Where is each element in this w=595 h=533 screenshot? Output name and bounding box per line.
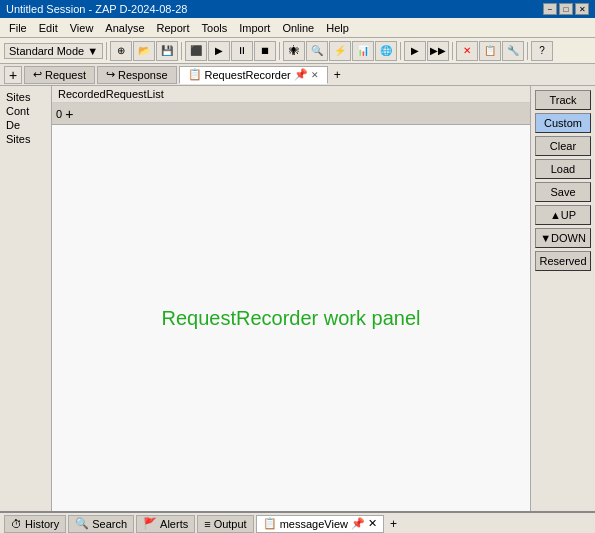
center-area: RecordedRequestList 0 + RequestRecorder … bbox=[52, 86, 530, 511]
tab-output-label: Output bbox=[214, 518, 247, 530]
btn-track[interactable]: Track bbox=[535, 90, 591, 110]
bottom-section: ⏱ History 🔍 Search 🚩 Alerts ≡ Output 📋 m… bbox=[0, 511, 595, 533]
menu-edit[interactable]: Edit bbox=[34, 21, 63, 35]
menu-online[interactable]: Online bbox=[277, 21, 319, 35]
tb-attack[interactable]: ⚡ bbox=[329, 41, 351, 61]
tb-new[interactable]: ⊕ bbox=[110, 41, 132, 61]
tb-save[interactable]: 💾 bbox=[156, 41, 178, 61]
tb-btn-9[interactable]: ▶ bbox=[404, 41, 426, 61]
tab-request-icon: ↩ bbox=[33, 68, 42, 81]
work-panel-text: RequestRecorder work panel bbox=[161, 307, 420, 330]
add-tab-button[interactable]: + bbox=[330, 67, 345, 83]
tab-response-icon: ↪ bbox=[106, 68, 115, 81]
title-bar: Untitled Session - ZAP D-2024-08-28 − □ … bbox=[0, 0, 595, 18]
btn-load[interactable]: Load bbox=[535, 159, 591, 179]
tab-request-recorder-close[interactable]: ✕ bbox=[311, 70, 319, 80]
tab-search-label: Search bbox=[92, 518, 127, 530]
tab-response-label: Response bbox=[118, 69, 168, 81]
tab-history[interactable]: ⏱ History bbox=[4, 515, 66, 533]
tb-btn-5[interactable]: ⏸ bbox=[231, 41, 253, 61]
tab-response[interactable]: ↪ Response bbox=[97, 66, 177, 84]
toolbar: Standard Mode ▼ ⊕ 📂 💾 ⬛ ▶ ⏸ ⏹ 🕷 🔍 ⚡ 📊 🌐 … bbox=[0, 38, 595, 64]
tb-btn-10[interactable]: ▶▶ bbox=[427, 41, 449, 61]
sidebar-item-cont[interactable]: Cont bbox=[4, 104, 47, 118]
work-panel: RequestRecorder work panel bbox=[52, 125, 530, 511]
mode-arrow: ▼ bbox=[87, 45, 98, 57]
tb-btn-7[interactable]: 📊 bbox=[352, 41, 374, 61]
tb-spider[interactable]: 🕷 bbox=[283, 41, 305, 61]
menu-bar: File Edit View Analyse Report Tools Impo… bbox=[0, 18, 595, 38]
menu-help[interactable]: Help bbox=[321, 21, 354, 35]
tab-request-label: Request bbox=[45, 69, 86, 81]
tb-btn-3[interactable]: ⬛ bbox=[185, 41, 207, 61]
toolbar-separator-4 bbox=[400, 42, 401, 60]
add-tab-left[interactable]: + bbox=[4, 66, 22, 84]
top-tab-bar: + ↩ Request ↪ Response 📋 RequestRecorder… bbox=[0, 64, 595, 86]
toolbar-separator-1 bbox=[106, 42, 107, 60]
tab-request-recorder-pin: 📌 bbox=[294, 68, 308, 81]
recorded-list-label: RecordedRequestList bbox=[58, 88, 164, 100]
btn-save[interactable]: Save bbox=[535, 182, 591, 202]
recorded-header: RecordedRequestList bbox=[52, 86, 530, 103]
add-recorded-tab[interactable]: + bbox=[65, 106, 73, 122]
tab-request-recorder[interactable]: 📋 RequestRecorder 📌 ✕ bbox=[179, 66, 328, 84]
menu-tools[interactable]: Tools bbox=[197, 21, 233, 35]
btn-clear[interactable]: Clear bbox=[535, 136, 591, 156]
sidebar-item-de[interactable]: De bbox=[4, 118, 47, 132]
menu-report[interactable]: Report bbox=[152, 21, 195, 35]
tab-output[interactable]: ≡ Output bbox=[197, 515, 253, 533]
tb-btn-6[interactable]: ⏹ bbox=[254, 41, 276, 61]
tab-message-view-close[interactable]: ✕ bbox=[368, 517, 377, 530]
close-button[interactable]: ✕ bbox=[575, 3, 589, 15]
bottom-tab-bar: ⏱ History 🔍 Search 🚩 Alerts ≡ Output 📋 m… bbox=[0, 513, 595, 533]
tb-help[interactable]: ? bbox=[531, 41, 553, 61]
tb-break[interactable]: ✕ bbox=[456, 41, 478, 61]
tab-request-recorder-label: RequestRecorder bbox=[205, 69, 291, 81]
alerts-icon: 🚩 bbox=[143, 517, 157, 530]
mode-label: Standard Mode bbox=[9, 45, 84, 57]
window-title: Untitled Session - ZAP D-2024-08-28 bbox=[6, 3, 187, 15]
maximize-button[interactable]: □ bbox=[559, 3, 573, 15]
minimize-button[interactable]: − bbox=[543, 3, 557, 15]
output-icon: ≡ bbox=[204, 518, 210, 530]
tb-btn-12[interactable]: 🔧 bbox=[502, 41, 524, 61]
btn-up[interactable]: ▲UP bbox=[535, 205, 591, 225]
search-icon: 🔍 bbox=[75, 517, 89, 530]
history-icon: ⏱ bbox=[11, 518, 22, 530]
tab-message-view[interactable]: 📋 messageView 📌 ✕ bbox=[256, 515, 384, 533]
sidebar: Sites Cont De Sites bbox=[0, 86, 52, 511]
btn-reserved[interactable]: Reserved bbox=[535, 251, 591, 271]
tab-search[interactable]: 🔍 Search bbox=[68, 515, 134, 533]
toolbar-separator-3 bbox=[279, 42, 280, 60]
toolbar-separator-5 bbox=[452, 42, 453, 60]
tb-scan[interactable]: 🔍 bbox=[306, 41, 328, 61]
tb-btn-4[interactable]: ▶ bbox=[208, 41, 230, 61]
menu-analyse[interactable]: Analyse bbox=[100, 21, 149, 35]
tb-btn-11[interactable]: 📋 bbox=[479, 41, 501, 61]
menu-file[interactable]: File bbox=[4, 21, 32, 35]
tab-alerts[interactable]: 🚩 Alerts bbox=[136, 515, 195, 533]
btn-down[interactable]: ▼DOWN bbox=[535, 228, 591, 248]
sidebar-tree: Sites Cont De Sites bbox=[0, 86, 51, 150]
tab-request-recorder-icon: 📋 bbox=[188, 68, 202, 81]
tb-btn-8[interactable]: 🌐 bbox=[375, 41, 397, 61]
tab-history-label: History bbox=[25, 518, 59, 530]
menu-import[interactable]: Import bbox=[234, 21, 275, 35]
sidebar-item-sites-top[interactable]: Sites bbox=[4, 90, 47, 104]
tab-alerts-label: Alerts bbox=[160, 518, 188, 530]
tab-message-view-pin: 📌 bbox=[351, 517, 365, 530]
tab-num: 0 bbox=[56, 108, 62, 120]
add-bottom-tab[interactable]: + bbox=[386, 516, 401, 532]
tab-request[interactable]: ↩ Request bbox=[24, 66, 95, 84]
sidebar-item-sites-bottom[interactable]: Sites bbox=[4, 132, 47, 146]
toolbar-separator-6 bbox=[527, 42, 528, 60]
recorded-tabs: 0 + bbox=[52, 103, 530, 125]
btn-custom[interactable]: Custom bbox=[535, 113, 591, 133]
tab-message-view-label: messageView bbox=[280, 518, 348, 530]
mode-selector[interactable]: Standard Mode ▼ bbox=[4, 43, 103, 59]
toolbar-separator-2 bbox=[181, 42, 182, 60]
tb-open[interactable]: 📂 bbox=[133, 41, 155, 61]
menu-view[interactable]: View bbox=[65, 21, 99, 35]
right-sidebar: Track Custom Clear Load Save ▲UP ▼DOWN R… bbox=[530, 86, 595, 511]
message-view-icon: 📋 bbox=[263, 517, 277, 530]
